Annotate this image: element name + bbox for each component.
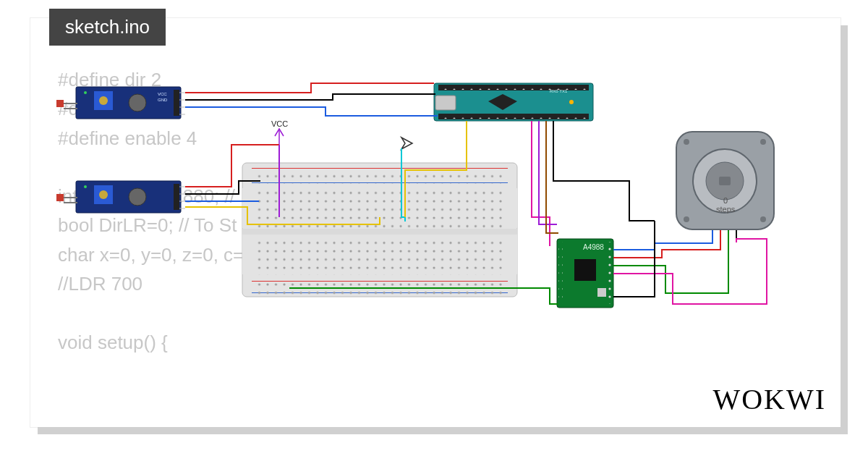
svg-point-67 (760, 216, 766, 222)
file-tab[interactable]: sketch.ino (49, 9, 166, 46)
svg-rect-41 (56, 194, 64, 201)
vcc-label: VCC (271, 119, 288, 128)
svg-point-30 (99, 96, 108, 105)
svg-text:RX0 TX1: RX0 TX1 (550, 89, 568, 93)
svg-rect-58 (558, 242, 563, 304)
breadboard[interactable] (242, 163, 517, 297)
stepper-steps-value: 0 (723, 196, 728, 205)
svg-rect-2 (252, 168, 508, 169)
svg-rect-19 (440, 114, 587, 119)
svg-rect-26 (56, 100, 64, 107)
ldr-module-2[interactable] (56, 181, 185, 213)
svg-rect-32 (174, 90, 179, 116)
ldr-module-1[interactable]: VCC GND (56, 87, 185, 119)
svg-text:VCC: VCC (158, 92, 167, 96)
svg-text:A4988: A4988 (583, 243, 604, 251)
stepper-readout: 0 steps (716, 196, 735, 214)
svg-point-52 (84, 185, 87, 188)
svg-rect-59 (608, 242, 612, 304)
svg-point-39 (84, 91, 87, 94)
svg-rect-10 (255, 169, 506, 184)
svg-rect-63 (719, 177, 731, 185)
svg-rect-54 (574, 259, 596, 281)
svg-point-65 (760, 139, 766, 145)
svg-rect-56 (597, 288, 606, 297)
svg-rect-20 (435, 96, 456, 110)
svg-point-22 (569, 100, 574, 104)
a4988-driver[interactable]: A4988 (557, 239, 613, 308)
stepper-motor[interactable] (676, 132, 774, 242)
svg-rect-12 (255, 236, 506, 275)
probe-arrow-icon (401, 138, 412, 149)
vcc-arrow-icon (275, 129, 284, 145)
svg-point-64 (684, 139, 689, 145)
svg-text:GND: GND (158, 98, 168, 102)
svg-marker-73 (401, 138, 412, 149)
svg-point-31 (129, 94, 146, 111)
brand-logo: WOKWI (712, 382, 826, 416)
arduino-nano[interactable]: RX0 TX1 (434, 83, 593, 121)
stepper-steps-unit: steps (716, 205, 735, 214)
svg-point-66 (684, 216, 689, 222)
svg-rect-47 (174, 184, 179, 210)
svg-point-45 (99, 190, 108, 199)
svg-point-46 (129, 188, 146, 206)
